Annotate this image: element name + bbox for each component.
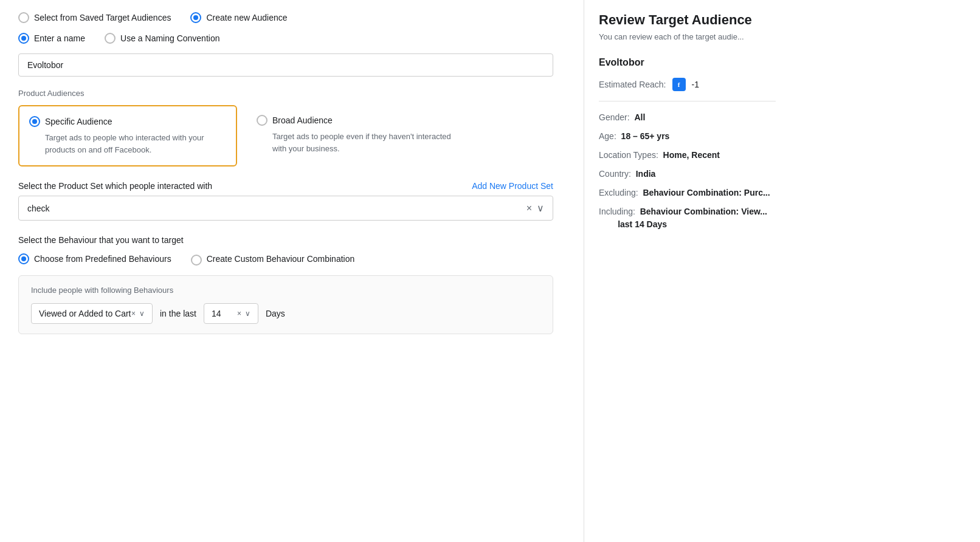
review-panel: Review Target Audience You can review ea… xyxy=(584,0,790,542)
review-audience-name: Evoltobor xyxy=(599,57,776,68)
broad-audience-desc: Target ads to people even if they haven'… xyxy=(272,131,456,154)
naming-convention-label: Use a Naming Convention xyxy=(120,33,219,43)
gender-row: Gender: All xyxy=(599,111,776,124)
create-new-option[interactable]: Create new Audience xyxy=(190,12,287,23)
behaviour-clear-icon[interactable]: × xyxy=(131,309,136,318)
behaviours-box-title: Include people with following Behaviours xyxy=(31,286,540,295)
specific-audience-radio[interactable] xyxy=(29,116,40,127)
gender-value: All xyxy=(634,112,645,122)
age-row: Age: 18 – 65+ yrs xyxy=(599,130,776,143)
broad-audience-header: Broad Audience xyxy=(257,115,456,126)
create-new-radio[interactable] xyxy=(190,12,201,23)
select-saved-option[interactable]: Select from Saved Target Audiences xyxy=(18,12,171,23)
product-audiences-label: Product Audiences xyxy=(18,89,565,98)
estimated-reach-row: Estimated Reach: f -1 xyxy=(599,78,776,101)
chevron-down-icon[interactable]: ∨ xyxy=(537,202,544,214)
location-types-value: Home, Recent xyxy=(663,150,720,160)
predefined-behaviour-label: Choose from Predefined Behaviours xyxy=(34,254,171,264)
age-value: 18 – 65+ yrs xyxy=(621,131,670,141)
custom-behaviour-radio[interactable] xyxy=(191,255,202,266)
broad-audience-title: Broad Audience xyxy=(272,115,333,125)
select-saved-label: Select from Saved Target Audiences xyxy=(34,13,171,22)
review-subtitle: You can review each of the target audie.… xyxy=(599,32,776,43)
days-clear-icon[interactable]: × xyxy=(237,309,241,318)
custom-behaviour-option[interactable]: Create Custom Behaviour Combination xyxy=(191,253,355,266)
product-set-label: Select the Product Set which people inte… xyxy=(18,181,212,191)
days-select-controls: × ∨ xyxy=(237,309,250,318)
days-chevron-icon[interactable]: ∨ xyxy=(245,309,250,318)
enter-name-option[interactable]: Enter a name xyxy=(18,33,85,44)
including-value: Behaviour Combination: View... xyxy=(640,207,767,216)
audience-name-input[interactable]: Evoltobor xyxy=(18,53,553,77)
audience-type-radio-group: Select from Saved Target Audiences Creat… xyxy=(18,12,565,23)
specific-audience-desc: Target ads to people who interacted with… xyxy=(45,132,226,156)
enter-name-radio[interactable] xyxy=(18,33,29,44)
location-types-row: Location Types: Home, Recent xyxy=(599,149,776,162)
naming-convention-radio[interactable] xyxy=(105,33,116,44)
facebook-icon: f xyxy=(672,78,686,91)
specific-audience-header: Specific Audience xyxy=(29,116,226,127)
broad-audience-card[interactable]: Broad Audience Target ads to people even… xyxy=(247,105,466,164)
including-label: Including: xyxy=(599,207,635,216)
specific-audience-card[interactable]: Specific Audience Target ads to people w… xyxy=(18,105,237,166)
create-new-label: Create new Audience xyxy=(206,13,287,22)
select-saved-radio[interactable] xyxy=(18,12,29,23)
country-row: Country: India xyxy=(599,168,776,180)
naming-convention-option[interactable]: Use a Naming Convention xyxy=(105,33,219,44)
product-set-value: check xyxy=(27,204,526,213)
behaviours-box: Include people with following Behaviours… xyxy=(18,275,553,334)
behaviour-value-select[interactable]: Viewed or Added to Cart × ∨ xyxy=(31,303,153,324)
excluding-value: Behaviour Combination: Purc... xyxy=(643,188,770,197)
product-audiences-section: Product Audiences Specific Audience Targ… xyxy=(18,89,565,166)
days-select[interactable]: 14 × ∨ xyxy=(204,303,258,324)
naming-radio-group: Enter a name Use a Naming Convention xyxy=(18,33,565,44)
custom-behaviour-label: Create Custom Behaviour Combination xyxy=(207,253,355,266)
behaviour-value-text: Viewed or Added to Cart xyxy=(39,309,131,318)
location-types-label: Location Types: xyxy=(599,150,658,160)
including-row: Including: Behaviour Combination: View..… xyxy=(599,205,776,231)
country-label: Country: xyxy=(599,169,631,179)
age-label: Age: xyxy=(599,131,616,141)
in-the-last-label: in the last xyxy=(160,309,196,318)
audience-type-row: Specific Audience Target ads to people w… xyxy=(18,105,565,166)
reach-value: -1 xyxy=(692,80,699,89)
predefined-behaviour-radio[interactable] xyxy=(18,253,29,264)
days-value: 14 xyxy=(212,309,221,318)
behaviour-chevron-icon[interactable]: ∨ xyxy=(139,309,145,318)
predefined-behaviour-option[interactable]: Choose from Predefined Behaviours xyxy=(18,253,171,264)
product-set-row: Select the Product Set which people inte… xyxy=(18,181,553,191)
add-new-product-set-link[interactable]: Add New Product Set xyxy=(472,181,553,191)
gender-label: Gender: xyxy=(599,112,630,122)
behaviour-options-row: Choose from Predefined Behaviours Create… xyxy=(18,253,565,266)
behaviour-row: Viewed or Added to Cart × ∨ in the last … xyxy=(31,303,540,324)
enter-name-label: Enter a name xyxy=(34,33,85,43)
including-extra: last 14 Days xyxy=(618,219,667,229)
excluding-row: Excluding: Behaviour Combination: Purc..… xyxy=(599,187,776,199)
behaviour-select-controls: × ∨ xyxy=(131,309,145,318)
product-set-select-icons: × ∨ xyxy=(526,202,544,214)
estimated-reach-label: Estimated Reach: xyxy=(599,80,666,89)
clear-icon[interactable]: × xyxy=(526,203,532,214)
excluding-label: Excluding: xyxy=(599,188,638,197)
review-title: Review Target Audience xyxy=(599,12,776,28)
country-value: India xyxy=(636,169,656,179)
behaviour-section-label: Select the Behaviour that you want to ta… xyxy=(18,235,565,245)
product-set-select[interactable]: check × ∨ xyxy=(18,196,553,221)
specific-audience-title: Specific Audience xyxy=(45,117,112,126)
days-label: Days xyxy=(266,309,285,318)
behaviour-select-value: Viewed or Added to Cart xyxy=(39,309,131,318)
broad-audience-radio[interactable] xyxy=(257,115,267,126)
